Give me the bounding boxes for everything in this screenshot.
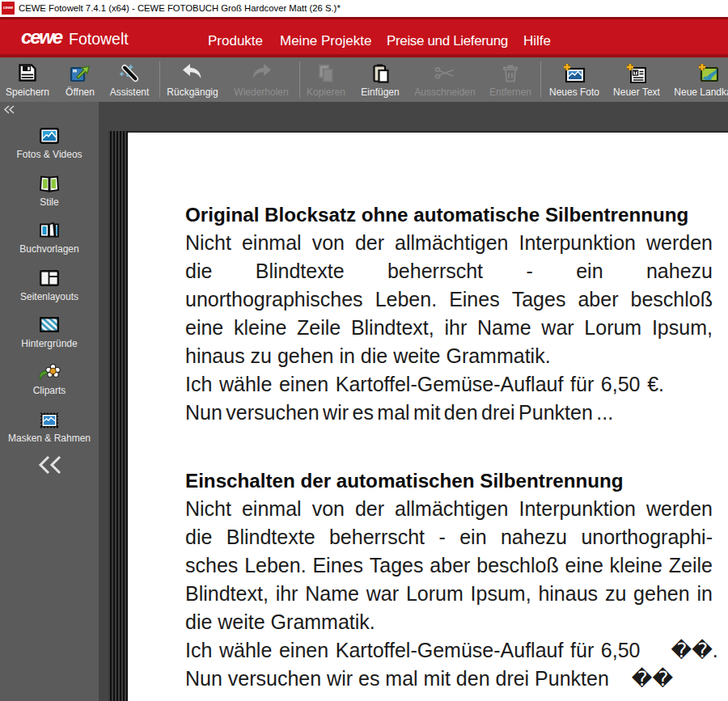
svg-text:cewe: cewe <box>21 26 63 48</box>
